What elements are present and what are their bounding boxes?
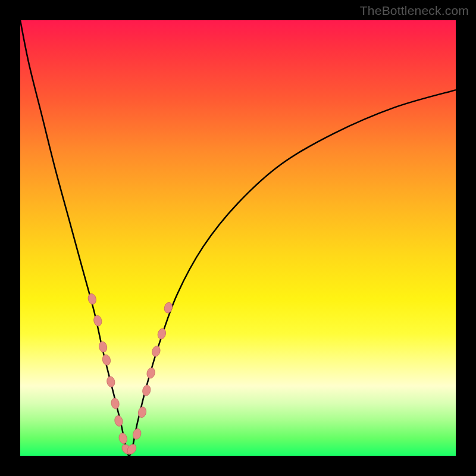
curve-marker xyxy=(98,341,108,353)
curve-marker xyxy=(93,315,103,327)
chart-svg xyxy=(20,20,456,456)
curve-marker xyxy=(110,397,120,409)
curve-marker xyxy=(142,384,152,396)
chart-container: TheBottleneck.com xyxy=(0,0,476,476)
watermark-text: TheBottleneck.com xyxy=(360,4,469,18)
curve-marker xyxy=(102,354,112,366)
curve-marker xyxy=(106,375,115,387)
curve-marker xyxy=(151,345,161,358)
curve-marker xyxy=(87,293,97,305)
curve-marker xyxy=(131,428,142,440)
curve-marker xyxy=(156,328,167,340)
bottleneck-curve xyxy=(20,20,456,456)
curve-marker xyxy=(146,367,156,380)
curve-markers xyxy=(87,293,173,456)
plot-area xyxy=(20,20,456,456)
curve-marker xyxy=(118,432,128,444)
curve-marker xyxy=(163,302,173,314)
curve-marker xyxy=(114,415,124,427)
curve-path xyxy=(20,20,456,456)
